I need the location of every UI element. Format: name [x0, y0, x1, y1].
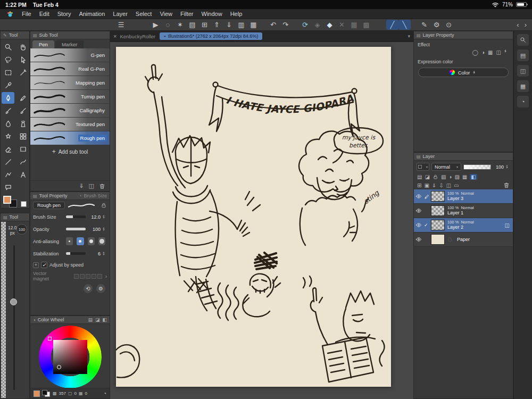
menu-layer[interactable]: Layer: [113, 11, 128, 17]
subtool-item-turnip-pen[interactable]: Turnip pen: [30, 90, 110, 104]
tool-airbrush[interactable]: [16, 118, 29, 129]
ruler-pen-icon[interactable]: ✎: [418, 20, 430, 30]
tool-lasso[interactable]: [2, 54, 14, 65]
blend-mode-select[interactable]: Normal▾: [431, 163, 461, 171]
menu-filter[interactable]: Filter: [180, 11, 193, 17]
clear-selection-icon[interactable]: ✕: [336, 20, 348, 30]
new-page-icon[interactable]: ▤: [186, 20, 198, 30]
tool-watercolor[interactable]: [16, 105, 29, 117]
color-slider-tab-icon[interactable]: ▤: [88, 317, 93, 322]
visibility-toggle[interactable]: [415, 193, 424, 200]
tool-eraser-soft[interactable]: [16, 143, 29, 155]
ruler-range-icon[interactable]: ▨: [454, 174, 459, 180]
drawing-canvas[interactable]: I HATE JAYCE GIOPARA: [116, 47, 391, 387]
hue-marker[interactable]: [48, 337, 52, 340]
menu-help[interactable]: Help: [230, 11, 243, 17]
reset-settings-icon[interactable]: ⟲: [84, 284, 93, 293]
visibility-toggle[interactable]: [415, 207, 424, 214]
aa-weak-button[interactable]: [77, 237, 84, 245]
object-select-icon[interactable]: ▶: [149, 20, 162, 30]
new-raster-layer-icon[interactable]: ⊞: [417, 182, 421, 188]
opacity-strip[interactable]: [1, 222, 6, 398]
open-file-icon[interactable]: ⊞: [198, 20, 211, 30]
layer-opacity-stepper[interactable]: ▴▾: [506, 165, 510, 169]
effect-stepper[interactable]: ▴▾: [504, 49, 509, 55]
tool-curve[interactable]: [16, 156, 29, 168]
search-icon[interactable]: [517, 34, 529, 46]
menu-story[interactable]: Story: [57, 11, 71, 17]
stabilization-stepper[interactable]: ▴▾: [103, 252, 107, 255]
snap-to-special-ruler-icon[interactable]: ╲: [398, 20, 411, 30]
advanced-settings-icon[interactable]: ⚙: [96, 284, 105, 293]
tone-icon[interactable]: ▩: [360, 20, 372, 30]
tool-zoom[interactable]: [2, 41, 14, 53]
tool-pen[interactable]: [2, 92, 14, 104]
material-panel-icon[interactable]: ▦: [517, 80, 529, 92]
tab-illustration5[interactable]: ● Illustration5* (2762 x 2064px 72dpi 84…: [160, 32, 262, 40]
main-color-swatch[interactable]: [3, 196, 11, 204]
menu-select[interactable]: Select: [136, 11, 152, 17]
tool-balloon[interactable]: [2, 181, 14, 193]
brush-size-slider[interactable]: [66, 215, 86, 218]
gesture-icon[interactable]: ⊙: [443, 20, 455, 30]
visibility-toggle[interactable]: [415, 222, 424, 228]
expand-right-icon[interactable]: ›: [525, 21, 527, 29]
tool-pencil[interactable]: [16, 92, 29, 104]
menu-icon[interactable]: ☰: [115, 20, 127, 30]
tool-auto-select[interactable]: [16, 66, 29, 78]
paste-icon[interactable]: ▦: [247, 20, 260, 30]
menu-window[interactable]: Window: [202, 11, 222, 17]
clip-studio-logo-icon[interactable]: [6, 11, 14, 18]
tone-effect-icon[interactable]: ◑: [481, 49, 485, 55]
aa-strong-button[interactable]: [98, 237, 105, 245]
main-color-chip[interactable]: [34, 390, 40, 397]
delete-layer-icon[interactable]: [503, 182, 510, 188]
tool-polyline[interactable]: [2, 169, 14, 180]
lock-layer-icon[interactable]: [433, 174, 438, 180]
menu-edit[interactable]: Edit: [39, 11, 49, 17]
tab-list-icon[interactable]: ▾: [408, 34, 410, 39]
grid-icon[interactable]: ▦: [348, 20, 360, 30]
layer-row-layer2[interactable]: ✓ 100 % NormalLayer 2 ◫: [414, 218, 513, 232]
tool-eraser[interactable]: [2, 143, 14, 155]
tool-line[interactable]: [2, 156, 14, 168]
subtool-item-real-g-pen[interactable]: Real G-Pen: [30, 62, 110, 76]
auto-select-icon[interactable]: ✶: [174, 20, 186, 30]
tab-pen[interactable]: Pen: [32, 40, 54, 48]
aa-middle-button[interactable]: [88, 237, 95, 245]
layer-row-paper[interactable]: Paper: [414, 232, 513, 247]
tool-marquee[interactable]: [2, 66, 14, 78]
tool-hand[interactable]: [16, 41, 29, 53]
brush-size-slider-track[interactable]: [13, 245, 15, 390]
menu-file[interactable]: File: [22, 11, 31, 17]
extract-line-effect-icon[interactable]: ◫: [496, 49, 501, 55]
redo-icon[interactable]: ↷: [279, 20, 292, 30]
subtool-item-textured-pen[interactable]: Textured pen: [30, 118, 110, 131]
sv-marker[interactable]: [57, 365, 61, 369]
tool-eyedropper[interactable]: [2, 79, 14, 91]
lock-transparent-pixels-icon[interactable]: ▧: [441, 174, 446, 180]
tool-brush[interactable]: [2, 105, 14, 117]
brush-size-stepper[interactable]: ▴▾: [103, 215, 107, 219]
tool-blend[interactable]: [2, 118, 14, 129]
enable-mask-icon[interactable]: ◑: [448, 174, 452, 180]
clip-to-layer-below-icon[interactable]: ◪: [425, 174, 429, 180]
subtool-item-mapping-pen[interactable]: Mapping pen: [30, 76, 110, 90]
lasso-select-icon[interactable]: ◌: [162, 20, 174, 30]
quick-access-icon[interactable]: ▤: [517, 49, 529, 61]
brush-size-slider-knob[interactable]: [10, 298, 17, 305]
stabilization-slider[interactable]: [66, 252, 86, 255]
subtool-item-calligraphy[interactable]: Calligraphy: [30, 104, 110, 118]
color-history-icon[interactable]: ◔: [103, 390, 106, 396]
transparent-color-swatch[interactable]: [21, 201, 27, 207]
transfer-down-icon[interactable]: ⇓: [432, 182, 436, 188]
expression-color-select[interactable]: Color ▴▾: [418, 68, 509, 77]
color-mixing-tab-icon[interactable]: ◧: [102, 317, 107, 322]
subtool-item-rough-pen[interactable]: Rough pen: [30, 131, 110, 145]
tool-decoration[interactable]: [2, 130, 14, 142]
snap-to-ruler-icon[interactable]: ╱: [386, 20, 398, 30]
import-icon[interactable]: ⇓: [223, 20, 235, 30]
layer-row-layer3[interactable]: 100 % NormalLayer 3: [414, 189, 513, 204]
brush-size-tab[interactable]: Brush Size: [84, 193, 107, 198]
settings-icon[interactable]: ⚙: [430, 20, 443, 30]
